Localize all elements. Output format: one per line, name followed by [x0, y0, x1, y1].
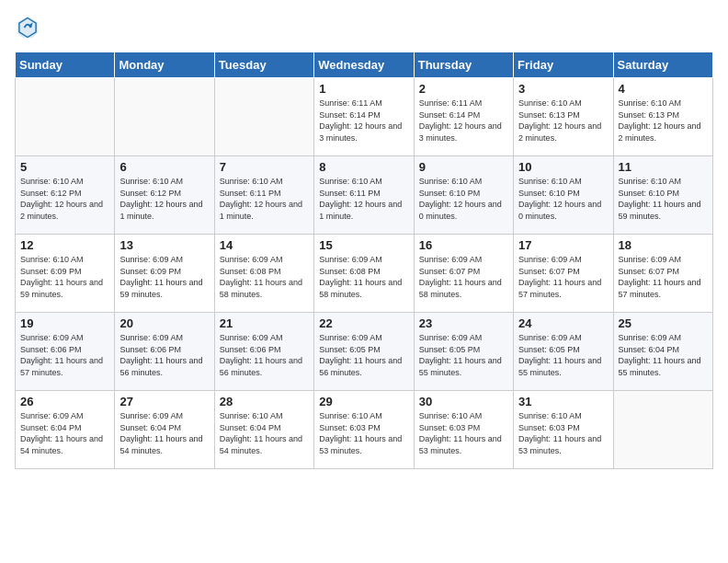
calendar-day-cell: [613, 391, 712, 469]
calendar-day-cell: 28Sunrise: 6:10 AM Sunset: 6:04 PM Dayli…: [214, 391, 313, 469]
day-number: 8: [319, 160, 408, 174]
day-info: Sunrise: 6:10 AM Sunset: 6:13 PM Dayligh…: [518, 98, 608, 144]
day-number: 23: [419, 316, 508, 330]
day-number: 5: [20, 160, 109, 174]
calendar-day-cell: 15Sunrise: 6:09 AM Sunset: 6:08 PM Dayli…: [314, 235, 414, 313]
day-info: Sunrise: 6:10 AM Sunset: 6:12 PM Dayligh…: [119, 176, 209, 222]
day-number: 6: [119, 160, 209, 174]
day-number: 10: [518, 160, 608, 174]
weekday-header-row: SundayMondayTuesdayWednesdayThursdayFrid…: [16, 52, 713, 78]
weekday-header-cell: Tuesday: [214, 52, 313, 78]
weekday-header-cell: Monday: [115, 52, 214, 78]
svg-marker-0: [17, 16, 38, 38]
day-number: 29: [319, 395, 408, 408]
day-number: 24: [518, 316, 608, 330]
day-info: Sunrise: 6:10 AM Sunset: 6:03 PM Dayligh…: [518, 410, 608, 456]
day-info: Sunrise: 6:10 AM Sunset: 6:03 PM Dayligh…: [319, 410, 408, 456]
day-number: 16: [419, 238, 508, 252]
day-info: Sunrise: 6:10 AM Sunset: 6:10 PM Dayligh…: [619, 176, 708, 222]
day-info: Sunrise: 6:11 AM Sunset: 6:14 PM Dayligh…: [319, 98, 408, 144]
day-info: Sunrise: 6:09 AM Sunset: 6:07 PM Dayligh…: [419, 254, 508, 300]
calendar-day-cell: 5Sunrise: 6:10 AM Sunset: 6:12 PM Daylig…: [16, 156, 115, 235]
day-number: 31: [518, 395, 608, 408]
day-info: Sunrise: 6:10 AM Sunset: 6:03 PM Dayligh…: [419, 410, 508, 456]
day-info: Sunrise: 6:09 AM Sunset: 6:06 PM Dayligh…: [220, 332, 309, 378]
calendar-day-cell: 13Sunrise: 6:09 AM Sunset: 6:09 PM Dayli…: [115, 235, 214, 313]
day-number: 13: [119, 238, 209, 252]
calendar-day-cell: 12Sunrise: 6:10 AM Sunset: 6:09 PM Dayli…: [16, 235, 115, 313]
day-info: Sunrise: 6:09 AM Sunset: 6:05 PM Dayligh…: [319, 332, 408, 378]
calendar-day-cell: 20Sunrise: 6:09 AM Sunset: 6:06 PM Dayli…: [115, 313, 214, 391]
day-number: 4: [619, 82, 708, 96]
calendar-day-cell: 6Sunrise: 6:10 AM Sunset: 6:12 PM Daylig…: [115, 156, 214, 235]
day-info: Sunrise: 6:09 AM Sunset: 6:05 PM Dayligh…: [419, 332, 508, 378]
day-info: Sunrise: 6:10 AM Sunset: 6:11 PM Dayligh…: [220, 176, 309, 222]
calendar-week-row: 26Sunrise: 6:09 AM Sunset: 6:04 PM Dayli…: [16, 391, 713, 469]
day-info: Sunrise: 6:10 AM Sunset: 6:04 PM Dayligh…: [220, 410, 309, 456]
day-info: Sunrise: 6:09 AM Sunset: 6:07 PM Dayligh…: [619, 254, 708, 300]
day-number: 19: [20, 316, 109, 330]
calendar-day-cell: 22Sunrise: 6:09 AM Sunset: 6:05 PM Dayli…: [314, 313, 414, 391]
day-info: Sunrise: 6:09 AM Sunset: 6:07 PM Dayligh…: [518, 254, 608, 300]
calendar-day-cell: 30Sunrise: 6:10 AM Sunset: 6:03 PM Dayli…: [414, 391, 513, 469]
day-info: Sunrise: 6:09 AM Sunset: 6:06 PM Dayligh…: [119, 332, 209, 378]
calendar-day-cell: 4Sunrise: 6:10 AM Sunset: 6:13 PM Daylig…: [613, 78, 712, 156]
calendar-table: SundayMondayTuesdayWednesdayThursdayFrid…: [15, 52, 713, 469]
calendar-day-cell: [115, 78, 214, 156]
day-number: 2: [419, 82, 508, 96]
logo-icon: [15, 15, 40, 40]
calendar-day-cell: 1Sunrise: 6:11 AM Sunset: 6:14 PM Daylig…: [314, 78, 414, 156]
day-number: 18: [619, 238, 708, 252]
calendar-day-cell: 17Sunrise: 6:09 AM Sunset: 6:07 PM Dayli…: [514, 235, 613, 313]
calendar-day-cell: 16Sunrise: 6:09 AM Sunset: 6:07 PM Dayli…: [414, 235, 513, 313]
calendar-day-cell: 23Sunrise: 6:09 AM Sunset: 6:05 PM Dayli…: [414, 313, 513, 391]
day-info: Sunrise: 6:09 AM Sunset: 6:04 PM Dayligh…: [619, 332, 708, 378]
calendar-day-cell: 18Sunrise: 6:09 AM Sunset: 6:07 PM Dayli…: [613, 235, 712, 313]
calendar-week-row: 12Sunrise: 6:10 AM Sunset: 6:09 PM Dayli…: [16, 235, 713, 313]
weekday-header-cell: Thursday: [414, 52, 513, 78]
day-info: Sunrise: 6:09 AM Sunset: 6:04 PM Dayligh…: [20, 410, 109, 456]
day-number: 21: [220, 316, 309, 330]
day-number: 30: [419, 395, 508, 408]
weekday-header-cell: Friday: [514, 52, 613, 78]
day-info: Sunrise: 6:09 AM Sunset: 6:09 PM Dayligh…: [119, 254, 209, 300]
day-info: Sunrise: 6:10 AM Sunset: 6:09 PM Dayligh…: [20, 254, 109, 300]
day-number: 20: [119, 316, 209, 330]
day-number: 3: [518, 82, 608, 96]
day-info: Sunrise: 6:10 AM Sunset: 6:12 PM Dayligh…: [20, 176, 109, 222]
day-number: 7: [220, 160, 309, 174]
day-number: 25: [619, 316, 708, 330]
day-info: Sunrise: 6:09 AM Sunset: 6:04 PM Dayligh…: [119, 410, 209, 456]
calendar-day-cell: 3Sunrise: 6:10 AM Sunset: 6:13 PM Daylig…: [514, 78, 613, 156]
calendar-week-row: 5Sunrise: 6:10 AM Sunset: 6:12 PM Daylig…: [16, 156, 713, 235]
logo: [15, 15, 44, 40]
calendar-day-cell: 25Sunrise: 6:09 AM Sunset: 6:04 PM Dayli…: [613, 313, 712, 391]
calendar-day-cell: 10Sunrise: 6:10 AM Sunset: 6:10 PM Dayli…: [514, 156, 613, 235]
calendar-day-cell: 8Sunrise: 6:10 AM Sunset: 6:11 PM Daylig…: [314, 156, 414, 235]
weekday-header-cell: Wednesday: [314, 52, 414, 78]
day-info: Sunrise: 6:11 AM Sunset: 6:14 PM Dayligh…: [419, 98, 508, 144]
day-info: Sunrise: 6:09 AM Sunset: 6:08 PM Dayligh…: [220, 254, 309, 300]
day-info: Sunrise: 6:09 AM Sunset: 6:08 PM Dayligh…: [319, 254, 408, 300]
page-header: [15, 15, 713, 40]
calendar-day-cell: 27Sunrise: 6:09 AM Sunset: 6:04 PM Dayli…: [115, 391, 214, 469]
day-number: 1: [319, 82, 408, 96]
calendar-day-cell: 21Sunrise: 6:09 AM Sunset: 6:06 PM Dayli…: [214, 313, 313, 391]
day-number: 27: [119, 395, 209, 408]
calendar-day-cell: 9Sunrise: 6:10 AM Sunset: 6:10 PM Daylig…: [414, 156, 513, 235]
day-number: 15: [319, 238, 408, 252]
calendar-day-cell: 2Sunrise: 6:11 AM Sunset: 6:14 PM Daylig…: [414, 78, 513, 156]
day-info: Sunrise: 6:10 AM Sunset: 6:10 PM Dayligh…: [518, 176, 608, 222]
calendar-day-cell: 11Sunrise: 6:10 AM Sunset: 6:10 PM Dayli…: [613, 156, 712, 235]
day-number: 9: [419, 160, 508, 174]
day-number: 14: [220, 238, 309, 252]
day-info: Sunrise: 6:10 AM Sunset: 6:13 PM Dayligh…: [619, 98, 708, 144]
calendar-week-row: 19Sunrise: 6:09 AM Sunset: 6:06 PM Dayli…: [16, 313, 713, 391]
calendar-day-cell: 26Sunrise: 6:09 AM Sunset: 6:04 PM Dayli…: [16, 391, 115, 469]
day-number: 11: [619, 160, 708, 174]
calendar-day-cell: [16, 78, 115, 156]
weekday-header-cell: Sunday: [16, 52, 115, 78]
day-number: 22: [319, 316, 408, 330]
calendar-day-cell: 24Sunrise: 6:09 AM Sunset: 6:05 PM Dayli…: [514, 313, 613, 391]
day-number: 17: [518, 238, 608, 252]
